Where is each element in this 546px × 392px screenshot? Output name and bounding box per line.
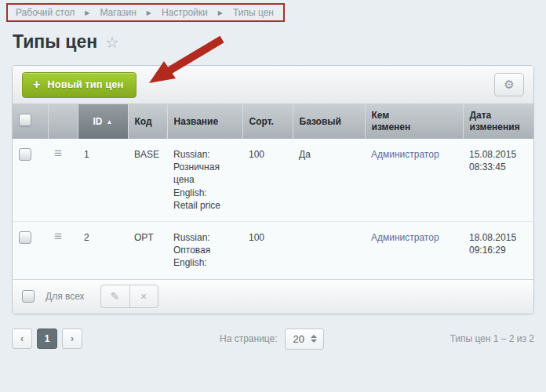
price-types-grid: + Новый тип цен ⚙ ID▲ Код Название Сорт.… (12, 65, 534, 314)
cell-base (293, 221, 365, 278)
for-all-label: Для всех (46, 291, 85, 302)
grid-toolbar: + Новый тип цен ⚙ (13, 66, 533, 104)
favorite-star-icon[interactable]: ☆ (105, 34, 119, 50)
table-row: ≡ 2 OPT Russian: Оптовая English: 100 Ад… (13, 221, 533, 278)
column-header-modified-at[interactable]: Дата изменения (463, 104, 533, 139)
page-title: Типы цен (13, 31, 97, 53)
bulk-delete-button[interactable]: × (129, 285, 158, 307)
breadcrumb: Рабочий стол ▶ Магазин ▶ Настройки ▶ Тип… (6, 3, 285, 22)
breadcrumb-separator-icon: ▶ (218, 9, 223, 16)
cell-name: Russian: Розничная цена English: Retail … (167, 139, 242, 221)
header-select-all-cell (13, 104, 48, 139)
row-menu-icon[interactable]: ≡ (54, 229, 62, 244)
per-page-value: 20 (293, 333, 304, 345)
cell-modified-at: 18.08.2015 09:16:29 (463, 221, 533, 278)
close-icon: × (140, 290, 147, 303)
breadcrumb-item-desktop[interactable]: Рабочий стол (16, 7, 75, 18)
row-select-cell (13, 139, 48, 221)
cell-sort: 100 (242, 139, 293, 221)
grid-settings-button[interactable]: ⚙ (494, 73, 524, 96)
row-menu-cell: ≡ (48, 139, 78, 221)
bulk-actions-group: ✎ × (100, 285, 158, 308)
cell-base: Да (293, 139, 365, 221)
column-header-modified-by[interactable]: Кем изменен (365, 104, 463, 139)
cell-modified-by: Администратор (365, 221, 463, 278)
column-header-base[interactable]: Базовый (293, 104, 365, 139)
cell-code: OPT (128, 221, 167, 278)
column-header-sort[interactable]: Сорт. (242, 104, 293, 139)
new-price-type-button[interactable]: + Новый тип цен (22, 72, 136, 98)
cell-id: 1 (78, 139, 128, 221)
per-page-label: На странице: (220, 333, 278, 344)
breadcrumb-item-shop[interactable]: Магазин (100, 7, 136, 18)
modified-by-link[interactable]: Администратор (371, 149, 439, 160)
breadcrumb-separator-icon: ▶ (85, 9, 89, 16)
row-select-cell (13, 221, 48, 278)
page-1-button[interactable]: 1 (37, 328, 57, 349)
row-checkbox[interactable] (19, 148, 31, 161)
cell-id: 2 (78, 221, 128, 278)
breadcrumb-separator-icon: ▶ (147, 9, 151, 16)
select-all-footer-checkbox[interactable] (22, 290, 35, 303)
plus-icon: + (33, 78, 40, 91)
rows-count-summary: Типы цен 1 – 2 из 2 (450, 333, 534, 344)
prev-page-button[interactable]: ‹ (12, 328, 32, 349)
pagination-row: ‹ 1 › На странице: 20 Типы цен 1 – 2 из … (12, 328, 534, 350)
bulk-edit-button[interactable]: ✎ (101, 285, 129, 307)
per-page-control: На странице: 20 (220, 328, 324, 350)
grid-footer: Для всех ✎ × (13, 279, 533, 314)
table-row: ≡ 1 BASE Russian: Розничная цена English… (13, 139, 533, 221)
column-header-code[interactable]: Код (128, 104, 167, 139)
sort-ascending-icon: ▲ (107, 118, 113, 125)
title-row: Типы цен ☆ (13, 31, 546, 53)
new-price-type-label: Новый тип цен (47, 78, 123, 90)
price-types-table: ID▲ Код Название Сорт. Базовый Кем измен… (13, 104, 533, 279)
per-page-select[interactable]: 20 (285, 328, 324, 350)
column-header-name[interactable]: Название (167, 104, 242, 139)
cell-sort: 100 (242, 221, 293, 278)
spinner-arrows-icon (311, 335, 317, 343)
breadcrumb-item-price-types[interactable]: Типы цен (233, 7, 274, 18)
pencil-icon: ✎ (111, 290, 120, 303)
header-menu-cell (48, 104, 78, 139)
row-menu-icon[interactable]: ≡ (54, 146, 62, 161)
next-page-button[interactable]: › (62, 328, 82, 349)
row-checkbox[interactable] (19, 231, 31, 244)
gear-icon: ⚙ (504, 78, 514, 91)
cell-modified-at: 15.08.2015 08:33:45 (463, 139, 533, 221)
cell-modified-by: Администратор (365, 139, 463, 221)
column-header-id-label: ID (93, 116, 103, 127)
pager: ‹ 1 › (12, 328, 82, 349)
row-menu-cell: ≡ (48, 221, 78, 278)
breadcrumb-area: Рабочий стол ▶ Магазин ▶ Настройки ▶ Тип… (0, 0, 546, 22)
breadcrumb-item-settings[interactable]: Настройки (162, 7, 208, 18)
select-all-checkbox[interactable] (19, 114, 31, 126)
cell-name: Russian: Оптовая English: (167, 221, 242, 278)
column-header-id[interactable]: ID▲ (78, 104, 128, 139)
modified-by-link[interactable]: Администратор (371, 232, 439, 243)
table-header-row: ID▲ Код Название Сорт. Базовый Кем измен… (13, 104, 533, 139)
cell-code: BASE (128, 139, 167, 221)
